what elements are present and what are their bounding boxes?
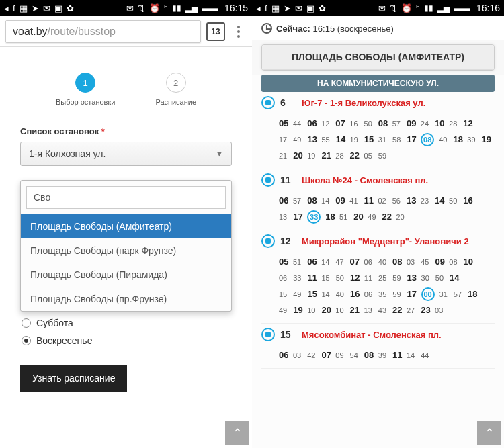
route-times: 06 5708 1409 4111 025613 2314 5016 1317 …	[261, 189, 495, 230]
page-content: 1 Выбор остановки 2 Расписание Список ос…	[0, 47, 252, 448]
route-destination: Мясокомбинат - Смоленская пл.	[302, 330, 442, 340]
route-number: 11	[280, 175, 296, 185]
stop-select[interactable]: 1-я Колхозная ул. ▼	[20, 142, 232, 166]
chevron-down-icon: ▼	[216, 150, 223, 158]
route-header[interactable]: 6Юг-7 - 1-я Великолукская ул.	[261, 96, 495, 109]
route-times: 05 5106 144707 064008 034509 0810 063311…	[261, 251, 495, 324]
tabs-button[interactable]: 13	[206, 22, 225, 41]
stepper: 1 Выбор остановки 2 Расписание	[0, 73, 252, 106]
statusbar: ◂f▦➤✉▣✿ ✉⇅⏰ᴴ▮▮▂▅▬▬ 16:16	[252, 0, 504, 16]
route-times: 05 4406 1207 165008 5709 2410 2812 17491…	[261, 112, 495, 169]
statusbar: ◂f▦➤✉▣✿ ✉⇅⏰ᴴ▮▮▂▅▬▬ 16:15	[0, 0, 252, 16]
stop-title: ПЛОЩАДЬ СВОБОДЫ (АМФИТЕАТР)	[262, 45, 494, 70]
route-header[interactable]: 15Мясокомбинат - Смоленская пл.	[261, 328, 495, 341]
phone-left: ◂f▦➤✉▣✿ ✉⇅⏰ᴴ▮▮▂▅▬▬ 16:15 voat.by/route/b…	[0, 0, 252, 448]
dropdown-option[interactable]: Площадь Свободы (Амфитеатр)	[21, 214, 231, 238]
route-number: 12	[280, 236, 296, 247]
bus-icon	[261, 173, 275, 187]
route-header[interactable]: 11Школа №24 - Смоленская пл.	[261, 173, 495, 187]
menu-icon[interactable]	[230, 26, 247, 38]
route-number: 6	[280, 97, 296, 108]
route-header[interactable]: 12Микрорайон "Медцентр"- Улановичи 2	[261, 234, 495, 248]
stop-card: ПЛОЩАДЬ СВОБОДЫ (АМФИТЕАТР)	[261, 44, 495, 71]
url-field[interactable]: voat.by/route/busstop	[5, 20, 201, 43]
dropdown-search-input[interactable]	[26, 186, 226, 209]
stop-list-label: Список остановок *	[20, 126, 232, 136]
route-times: 06 034207 095408 3911 1444	[261, 344, 495, 369]
clock-icon	[261, 23, 272, 34]
scroll-top-button[interactable]: ⌃	[225, 421, 249, 445]
dropdown-option[interactable]: Площадь Свободы (Пирамида)	[21, 263, 231, 287]
day-radio[interactable]: Воскресенье	[22, 335, 232, 346]
step-1[interactable]: 1 Выбор остановки	[56, 73, 115, 106]
dropdown-option[interactable]: Площадь Свободы (парк Фрунзе)	[21, 238, 231, 263]
phone-right: ◂f▦➤✉▣✿ ✉⇅⏰ᴴ▮▮▂▅▬▬ 16:16 Сейчас: 16:15 (…	[252, 0, 504, 448]
step-2[interactable]: 2 Расписание	[155, 73, 196, 106]
route-destination: Юг-7 - 1-я Великолукская ул.	[302, 98, 425, 108]
stop-dropdown: Площадь Свободы (Амфитеатр)Площадь Свобо…	[20, 180, 232, 312]
route-destination: Школа №24 - Смоленская пл.	[302, 175, 428, 185]
route-destination: Микрорайон "Медцентр"- Улановичи 2	[302, 236, 469, 247]
route-number: 15	[280, 329, 296, 340]
bus-icon	[261, 328, 275, 341]
direction-bar: НА КОММУНИСТИЧЕСКУЮ УЛ.	[261, 75, 495, 92]
bus-icon	[261, 96, 275, 109]
status-time: 16:16	[476, 3, 500, 13]
now-row: Сейчас: 16:15 (воскресенье)	[252, 16, 504, 40]
dropdown-option[interactable]: Площадь Свободы (пр.Фрунзе)	[21, 287, 231, 311]
bus-icon	[261, 234, 275, 248]
schedule: НА КОММУНИСТИЧЕСКУЮ УЛ. 6Юг-7 - 1-я Вели…	[252, 75, 504, 448]
scroll-top-button[interactable]: ⌃	[477, 421, 501, 445]
day-radio[interactable]: Суббота	[22, 318, 232, 328]
browser-urlbar: voat.by/route/busstop 13	[0, 16, 252, 47]
submit-button[interactable]: Узнать расписание	[20, 365, 127, 392]
status-time: 16:15	[224, 3, 248, 13]
